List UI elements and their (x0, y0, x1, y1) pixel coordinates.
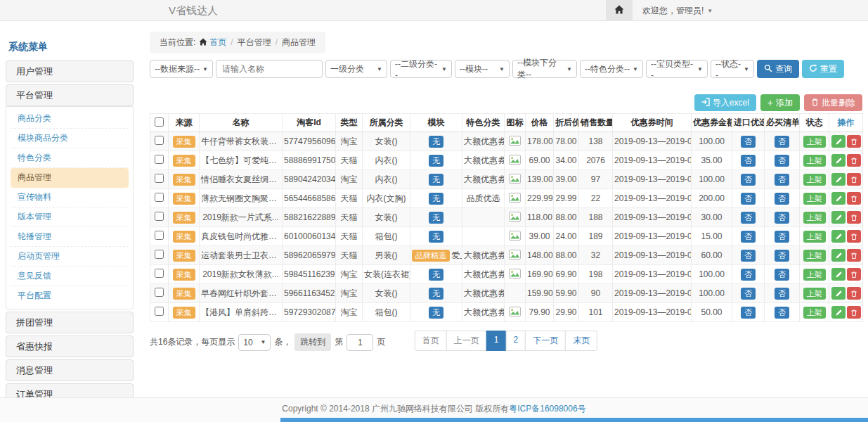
edit-button[interactable] (831, 249, 846, 262)
sidebar-item-3[interactable]: 商品管理 (11, 168, 129, 188)
status-badge[interactable]: 上架 (803, 231, 826, 243)
row-checkbox[interactable] (155, 174, 164, 183)
status-badge[interactable]: 上架 (803, 193, 826, 205)
row-checkbox[interactable] (155, 269, 164, 278)
delete-button[interactable] (847, 230, 861, 243)
import-excel-button[interactable]: 导入excel (694, 94, 756, 111)
must-buy-badge[interactable]: 否 (775, 307, 789, 319)
sidebar-section-0[interactable]: 用户管理 (6, 60, 134, 82)
must-buy-badge[interactable]: 否 (775, 269, 789, 281)
delete-button[interactable] (847, 306, 861, 319)
delete-button[interactable] (847, 173, 861, 186)
status-badge[interactable]: 上架 (803, 174, 826, 186)
status-badge[interactable]: 上架 (803, 288, 826, 300)
module-badge[interactable]: 无 (429, 269, 443, 281)
row-checkbox[interactable] (155, 193, 164, 202)
module-badge[interactable]: 无 (429, 155, 443, 167)
page-button-0[interactable]: 首页 (415, 331, 447, 351)
edit-button[interactable] (831, 211, 846, 224)
sidebar-item-0[interactable]: 商品分类 (11, 109, 129, 129)
import-select-badge[interactable]: 否 (741, 136, 756, 148)
edit-button[interactable] (831, 268, 846, 281)
import-select-badge[interactable]: 否 (741, 231, 756, 243)
edit-button[interactable] (831, 287, 846, 300)
module-badge[interactable]: 无 (429, 136, 443, 148)
edit-button[interactable] (831, 306, 846, 319)
module-badge[interactable]: 无 (429, 307, 443, 319)
must-buy-badge[interactable]: 否 (775, 174, 789, 186)
row-checkbox[interactable] (155, 136, 164, 145)
filter-select-5[interactable]: --宝贝类型--▼ (646, 60, 708, 78)
breadcrumb-home-link[interactable]: 首页 (209, 37, 226, 47)
delete-button[interactable] (847, 192, 861, 205)
row-checkbox[interactable] (155, 212, 164, 221)
add-button[interactable]: + 添加 (760, 94, 800, 111)
delete-button[interactable] (847, 211, 861, 224)
select-all-checkbox[interactable] (155, 117, 164, 127)
status-badge[interactable]: 上架 (803, 155, 826, 167)
must-buy-badge[interactable]: 否 (775, 155, 789, 167)
status-badge[interactable]: 上架 (803, 136, 826, 148)
status-badge[interactable]: 上架 (803, 212, 826, 224)
page-number-input[interactable] (346, 334, 373, 351)
edit-button[interactable] (831, 135, 846, 148)
jump-to-button[interactable]: 跳转到 (294, 333, 331, 351)
sidebar-item-1[interactable]: 模块商品分类 (11, 129, 129, 148)
import-select-badge[interactable]: 否 (741, 212, 756, 224)
module-badge[interactable]: 无 (429, 288, 443, 300)
status-badge[interactable]: 上架 (803, 269, 826, 281)
page-button-4[interactable]: 下一页 (525, 331, 566, 351)
must-buy-badge[interactable]: 否 (775, 193, 789, 205)
edit-button[interactable] (831, 173, 846, 186)
delete-button[interactable] (847, 135, 861, 148)
must-buy-badge[interactable]: 否 (775, 250, 789, 262)
page-button-3[interactable]: 2 (506, 331, 526, 351)
page-button-1[interactable]: 上一页 (446, 331, 487, 351)
page-button-2[interactable]: 1 (486, 331, 507, 351)
must-buy-badge[interactable]: 否 (775, 212, 789, 224)
filter-select-0[interactable]: 一级分类▼ (325, 60, 387, 78)
must-buy-badge[interactable]: 否 (775, 231, 789, 243)
sidebar-item-2[interactable]: 特色分类 (11, 148, 129, 168)
module-badge[interactable]: 无 (429, 174, 443, 186)
edit-button[interactable] (831, 192, 846, 205)
status-badge[interactable]: 上架 (803, 307, 826, 319)
sidebar-section-4[interactable]: 消息管理 (6, 359, 134, 381)
import-select-badge[interactable]: 否 (741, 288, 756, 300)
import-select-badge[interactable]: 否 (741, 174, 756, 186)
home-button[interactable] (606, 0, 633, 21)
data-source-select[interactable]: --数据来源-- ▼ (150, 60, 213, 78)
edit-button[interactable] (831, 230, 846, 243)
delete-button[interactable] (847, 287, 861, 300)
import-select-badge[interactable]: 否 (741, 307, 756, 319)
delete-button[interactable] (847, 268, 861, 281)
page-button-5[interactable]: 末页 (565, 331, 597, 351)
reset-button[interactable]: 重置 (802, 60, 844, 78)
row-checkbox[interactable] (155, 155, 164, 164)
row-checkbox[interactable] (155, 250, 164, 259)
filter-select-1[interactable]: --二级分类--▼ (390, 60, 452, 78)
sidebar-section-1[interactable]: 平台管理 (6, 84, 134, 106)
sidebar-section-2[interactable]: 拼团管理 (6, 312, 134, 333)
delete-button[interactable] (847, 154, 861, 167)
filter-select-6[interactable]: --状态--▼ (711, 60, 754, 78)
filter-select-2[interactable]: --模块--▼ (455, 60, 510, 78)
search-button[interactable]: 查询 (757, 60, 799, 78)
batch-delete-button[interactable]: 批量删除 (804, 94, 862, 111)
module-badge[interactable]: 无 (429, 212, 443, 224)
icp-link[interactable]: 粤ICP备16098006号 (509, 404, 585, 414)
import-select-badge[interactable]: 否 (741, 269, 756, 281)
row-checkbox[interactable] (155, 307, 164, 316)
delete-button[interactable] (847, 249, 861, 262)
import-select-badge[interactable]: 否 (741, 193, 756, 205)
import-select-badge[interactable]: 否 (741, 155, 756, 167)
name-search-input[interactable] (216, 60, 323, 78)
edit-button[interactable] (831, 154, 846, 167)
sidebar-item-7[interactable]: 启动页管理 (11, 247, 129, 267)
import-select-badge[interactable]: 否 (741, 250, 756, 262)
sidebar-item-4[interactable]: 宣传物料 (11, 188, 129, 207)
sidebar-item-9[interactable]: 平台配置 (11, 286, 129, 305)
sidebar-section-3[interactable]: 省惠快报 (6, 335, 134, 357)
module-badge[interactable]: 无 (429, 231, 443, 243)
page-size-select[interactable]: 10 ▼ (238, 334, 271, 351)
